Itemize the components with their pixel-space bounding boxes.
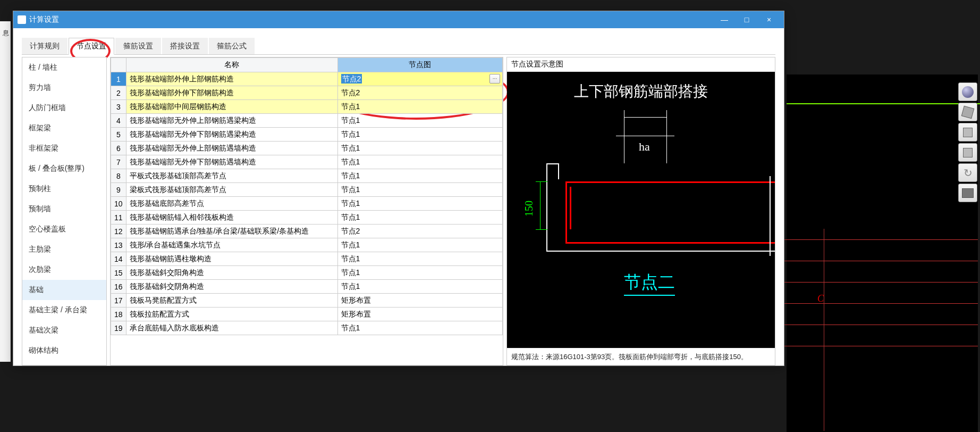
category-sidebar[interactable]: 柱 / 墙柱剪力墙人防门框墙框架梁非框架梁板 / 叠合板(整厚)预制柱预制墙空心… [22, 57, 107, 365]
diagram-canvas: 上下部钢筋端部搭接 ha [507, 72, 775, 348]
row-number: 16 [111, 280, 126, 294]
row-name: 筏形基础端部外伸上部钢筋构造 [126, 72, 337, 86]
row-value[interactable]: 节点1 [337, 197, 502, 211]
row-name: 筏形基础钢筋锚入相邻筏板构造 [126, 211, 337, 225]
table-row[interactable]: 9梁板式筏形基础顶部高差节点节点1 [111, 183, 503, 197]
row-name: 承台底筋锚入防水底板构造 [126, 321, 337, 335]
row-value[interactable]: 矩形布置 [337, 308, 502, 321]
row-value[interactable]: 节点1 [337, 238, 502, 252]
row-name: 筏形基础钢筋遇柱墩构造 [126, 252, 337, 266]
sidebar-item-0[interactable]: 柱 / 墙柱 [22, 57, 106, 78]
row-value[interactable]: 节点2 [337, 225, 502, 238]
sidebar-item-1[interactable]: 剪力墙 [22, 78, 106, 98]
header-rownum [111, 58, 126, 72]
row-value[interactable]: 节点1 [337, 142, 502, 155]
row-value[interactable]: 节点1 [337, 211, 502, 225]
row-number: 4 [111, 114, 126, 128]
table-row[interactable]: 2筏形基础端部外伸下部钢筋构造节点2 [111, 86, 503, 100]
sidebar-item-12[interactable]: 基础主梁 / 承台梁 [22, 300, 106, 320]
diagram-title: 上下部钢筋端部搭接 [507, 81, 775, 102]
row-value[interactable]: 节点2 [337, 86, 502, 100]
row-value[interactable]: 节点2··· [337, 72, 502, 86]
sidebar-item-4[interactable]: 非框架梁 [22, 138, 106, 159]
tab-3[interactable]: 搭接设置 [162, 38, 208, 54]
table-row[interactable]: 6筏形基础端部无外伸上部钢筋遇墙构造节点1 [111, 142, 503, 155]
view-sphere-icon[interactable] [958, 82, 977, 101]
table-row[interactable]: 8平板式筏形基础顶部高差节点节点1 [111, 169, 503, 183]
sidebar-item-7[interactable]: 预制墙 [22, 199, 106, 219]
diagram-node-name: 节点二 [624, 271, 675, 296]
row-name: 筏形基础底部高差节点 [126, 197, 337, 211]
row-value[interactable]: 节点1 [337, 128, 502, 142]
row-name: 筏形基础斜交阳角构造 [126, 266, 337, 280]
sidebar-item-14[interactable]: 砌体结构 [22, 340, 106, 361]
diagram-note: 规范算法：来源16G101-3第93页。筏板面筋伸到端部弯折，与底筋搭接150。 [507, 348, 775, 365]
table-row[interactable]: 4筏形基础端部无外伸上部钢筋遇梁构造节点1 [111, 114, 503, 128]
row-value[interactable]: 节点1 [337, 280, 502, 294]
row-name: 筏板拉筋配置方式 [126, 308, 337, 321]
table-row[interactable]: 14筏形基础钢筋遇柱墩构造节点1 [111, 252, 503, 266]
table-row[interactable]: 17筏板马凳筋配置方式矩形布置 [111, 294, 503, 308]
row-name: 筏形基础端部无外伸上部钢筋遇梁构造 [126, 114, 337, 128]
view-iso-icon[interactable] [958, 123, 977, 142]
minimize-button[interactable]: — [714, 12, 735, 28]
diagram-panel-title: 节点设置示意图 [507, 57, 775, 72]
row-number: 11 [111, 211, 126, 225]
table-row[interactable]: 19承台底筋锚入防水底板构造节点1 [111, 321, 503, 335]
row-value[interactable]: 节点1 [337, 100, 502, 114]
row-value[interactable]: 节点1 [337, 252, 502, 266]
sidebar-item-8[interactable]: 空心楼盖板 [22, 219, 106, 239]
row-value[interactable]: 节点1 [337, 183, 502, 197]
row-number: 15 [111, 266, 126, 280]
sidebar-item-3[interactable]: 框架梁 [22, 118, 106, 138]
tab-1[interactable]: 节点设置 [69, 38, 114, 55]
table-row[interactable]: 10筏形基础底部高差节点节点1 [111, 197, 503, 211]
sidebar-item-2[interactable]: 人防门框墙 [22, 98, 106, 118]
table-row[interactable]: 12筏形基础钢筋遇承台/独基/承台梁/基础联系梁/条基构造节点2 [111, 225, 503, 238]
calc-settings-dialog: 计算设置 — □ × 计算规则节点设置箍筋设置搭接设置箍筋公式 柱 / 墙柱剪力… [13, 11, 784, 366]
sidebar-item-11[interactable]: 基础 [22, 280, 106, 300]
tab-2[interactable]: 箍筋设置 [115, 38, 161, 54]
table-row[interactable]: 7筏形基础端部无外伸下部钢筋遇墙构造节点1 [111, 155, 503, 169]
row-value[interactable]: 节点1 [337, 114, 502, 128]
right-toolbar: ↻ [958, 82, 978, 204]
row-value[interactable]: 节点1 [337, 169, 502, 183]
cell-ellipsis-button[interactable]: ··· [489, 74, 500, 84]
tab-0[interactable]: 计算规则 [22, 38, 67, 54]
row-name: 筏形基础端部无外伸下部钢筋遇梁构造 [126, 128, 337, 142]
maximize-button[interactable]: □ [736, 12, 757, 28]
table-row[interactable]: 16筏形基础斜交阴角构造节点1 [111, 280, 503, 294]
row-name: 筏形/承台基础遇集水坑节点 [126, 238, 337, 252]
row-value[interactable]: 节点1 [337, 266, 502, 280]
view-panel-icon[interactable] [958, 184, 977, 202]
table-row[interactable]: 3筏形基础端部中间层钢筋构造节点1 [111, 100, 503, 114]
table-row[interactable]: 1筏形基础端部外伸上部钢筋构造节点2··· [111, 72, 503, 86]
view-cube-icon[interactable] [958, 143, 977, 162]
row-number: 9 [111, 183, 126, 197]
sidebar-item-6[interactable]: 预制柱 [22, 179, 106, 199]
table-row[interactable]: 5筏形基础端部无外伸下部钢筋遇梁构造节点1 [111, 128, 503, 142]
diagram-panel: 节点设置示意图 上下部钢筋端部搭接 ha [506, 57, 775, 365]
tab-4[interactable]: 箍筋公式 [209, 38, 255, 54]
row-name: 筏板马凳筋配置方式 [126, 294, 337, 308]
table-row[interactable]: 13筏形/承台基础遇集水坑节点节点1 [111, 238, 503, 252]
row-number: 12 [111, 225, 126, 238]
view-3d-icon[interactable] [958, 103, 977, 121]
close-button[interactable]: × [758, 12, 780, 28]
sidebar-item-5[interactable]: 板 / 叠合板(整厚) [22, 159, 106, 179]
sidebar-item-10[interactable]: 次肋梁 [22, 260, 106, 280]
row-number: 3 [111, 100, 126, 114]
table-row[interactable]: 18筏板拉筋配置方式矩形布置 [111, 308, 503, 321]
sidebar-item-13[interactable]: 基础次梁 [22, 320, 106, 340]
settings-table[interactable]: 名称 节点图 1筏形基础端部外伸上部钢筋构造节点2···2筏形基础端部外伸下部钢… [110, 57, 503, 365]
diagram-ha-label: ha [639, 140, 650, 154]
view-refresh-icon[interactable]: ↻ [958, 163, 977, 182]
dialog-titlebar[interactable]: 计算设置 — □ × [13, 11, 784, 28]
row-value[interactable]: 矩形布置 [337, 294, 502, 308]
header-node[interactable]: 节点图 [337, 58, 502, 72]
table-row[interactable]: 15筏形基础斜交阳角构造节点1 [111, 266, 503, 280]
table-row[interactable]: 11筏形基础钢筋锚入相邻筏板构造节点1 [111, 211, 503, 225]
row-value[interactable]: 节点1 [337, 321, 502, 335]
sidebar-item-9[interactable]: 主肋梁 [22, 239, 106, 260]
row-value[interactable]: 节点1 [337, 155, 502, 169]
